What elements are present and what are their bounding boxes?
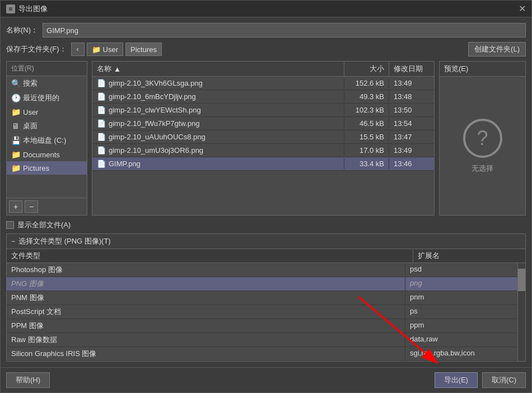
- ft-scrollbar-thumb[interactable]: [518, 269, 525, 291]
- file-date-cell: 13:49: [389, 145, 434, 156]
- add-bookmark-button[interactable]: +: [9, 200, 22, 213]
- breadcrumb-pictures[interactable]: Pictures: [125, 43, 162, 56]
- sidebar-item-desktop[interactable]: 🖥 桌面: [7, 119, 87, 133]
- sidebar: 位置(R) 🔍 搜索 🕐 最近使用的 📁 User 🖥 桌面: [6, 61, 87, 216]
- preview-placeholder-icon: ?: [463, 119, 502, 158]
- file-name-cell: 📄 gimp-2.10_clwYEWctSh.png: [92, 105, 344, 115]
- file-name-cell: 📄 gimp-2.10_6mBcYDjljv.png: [92, 91, 344, 102]
- ft-type-cell: PostScript 文档: [7, 305, 405, 319]
- breadcrumb-user[interactable]: 📁 User: [87, 43, 123, 56]
- file-type-header-label: 选择文件类型 (PNG 图像)(T): [18, 236, 111, 246]
- file-size-cell: 15.5 kB: [344, 132, 389, 142]
- file-icon: 📄: [97, 106, 106, 114]
- file-date-cell: 13:50: [389, 105, 434, 115]
- app-icon: [6, 4, 15, 13]
- file-icon: 📄: [97, 79, 106, 87]
- file-icon: 📄: [97, 92, 106, 101]
- ft-col-type: 文件类型: [7, 249, 413, 263]
- file-size-cell: 17.0 kB: [344, 145, 389, 156]
- ft-type-cell: PNG 图像: [7, 277, 405, 291]
- ft-ext-cell: data,raw: [405, 333, 517, 347]
- table-row[interactable]: 📄 gimp-2.10_6mBcYDjljv.png 49.3 kB 13:48: [92, 90, 434, 104]
- dialog-title: 导出图像: [18, 4, 48, 14]
- preview-area: 预览(E) ? 无选择: [439, 61, 526, 216]
- dialog-body: 名称(N)： 保存于文件夹(F)： ‹ 📁 User Pictures 创建文件…: [1, 17, 531, 367]
- drive-icon: 💾: [11, 136, 20, 145]
- sidebar-item-recent[interactable]: 🕐 最近使用的: [7, 91, 87, 105]
- file-list: 📄 gimp-2.10_3KVh6GLsga.png 152.6 kB 13:4…: [92, 77, 434, 215]
- save-location-row: 保存于文件夹(F)： ‹ 📁 User Pictures 创建文件夹(L): [6, 42, 526, 57]
- file-date-cell: 13:54: [389, 118, 434, 129]
- file-list-header: 名称 ▲ 大小 修改日期: [92, 62, 434, 77]
- file-icon: 📄: [97, 160, 106, 168]
- file-name-cell: 📄 gimp-2.10_uAUuhOUCs8.png: [92, 132, 344, 142]
- ft-scrollbar-area: Photoshop 图像 psd PNG 图像 png PNM 图像 pnm P…: [7, 263, 525, 361]
- preview-content: ? 无选择: [440, 77, 525, 215]
- list-item[interactable]: Photoshop 图像 psd: [7, 263, 517, 277]
- file-type-list: Photoshop 图像 psd PNG 图像 png PNM 图像 pnm P…: [7, 263, 517, 361]
- svg-rect-1: [9, 7, 12, 11]
- file-list-area: 名称 ▲ 大小 修改日期 📄 gimp-2.10_3KVh6GLsga.png …: [92, 61, 435, 216]
- cancel-button[interactable]: 取消(C): [482, 372, 526, 388]
- sidebar-item-pictures[interactable]: 📁 Pictures: [7, 161, 87, 175]
- col-size[interactable]: 大小: [344, 62, 389, 76]
- file-size-cell: 102.3 kB: [344, 105, 389, 115]
- title-bar-left: 导出图像: [6, 4, 48, 14]
- table-row[interactable]: 📄 gimp-2.10_umU3oj3OR6.png 17.0 kB 13:49: [92, 144, 434, 157]
- file-name-cell: 📄 gimp-2.10_3KVh6GLsga.png: [92, 78, 344, 88]
- ft-ext-cell: sgi,rgb,rgba,bw,icon: [405, 347, 517, 361]
- preview-no-selection: 无选择: [472, 163, 493, 174]
- list-item[interactable]: PostScript 文档 ps: [7, 305, 517, 319]
- sidebar-item-search[interactable]: 🔍 搜索: [7, 76, 87, 91]
- footer-left: 帮助(H): [6, 372, 50, 388]
- table-row[interactable]: 📄 gimp-2.10_clwYEWctSh.png 102.3 kB 13:5…: [92, 104, 434, 117]
- list-item[interactable]: PNM 图像 pnm: [7, 291, 517, 305]
- file-size-cell: 33.4 kB: [344, 158, 389, 169]
- ft-type-cell: Raw 图像数据: [7, 333, 405, 347]
- bottom-section: 显示全部文件(A) − 选择文件类型 (PNG 图像)(T) 文件类型 扩展名 …: [6, 220, 526, 362]
- ft-type-cell: PNM 图像: [7, 291, 405, 305]
- table-row[interactable]: 📄 gimp-2.10_fWu7kP7gtw.png 46.5 kB 13:54: [92, 117, 434, 130]
- breadcrumb-back-button[interactable]: ‹: [71, 43, 85, 56]
- table-row[interactable]: 📄 gimp-2.10_uAUuhOUCs8.png 15.5 kB 13:47: [92, 130, 434, 144]
- folder-icon-user: 📁: [92, 45, 101, 54]
- table-row[interactable]: 📄 GIMP.png 33.4 kB 13:46: [92, 157, 434, 171]
- file-type-header[interactable]: − 选择文件类型 (PNG 图像)(T): [7, 234, 525, 249]
- show-all-label: 显示全部文件(A): [17, 220, 71, 230]
- show-all-checkbox[interactable]: [6, 221, 14, 229]
- list-item[interactable]: PPM 图像 ppm: [7, 319, 517, 333]
- table-row[interactable]: 📄 gimp-2.10_3KVh6GLsga.png 152.6 kB 13:4…: [92, 77, 434, 90]
- filename-input[interactable]: [43, 23, 526, 38]
- file-size-cell: 46.5 kB: [344, 118, 389, 129]
- collapse-icon: −: [11, 237, 15, 245]
- sidebar-item-documents[interactable]: 📁 Documents: [7, 148, 87, 161]
- file-name-cell: 📄 GIMP.png: [92, 158, 344, 169]
- create-folder-button[interactable]: 创建文件夹(L): [468, 42, 526, 57]
- close-button[interactable]: ✕: [519, 4, 526, 13]
- export-image-dialog: 导出图像 ✕ 名称(N)： 保存于文件夹(F)： ‹ 📁 User Pictur…: [0, 0, 532, 393]
- sidebar-item-user[interactable]: 📁 User: [7, 105, 87, 119]
- file-name-cell: 📄 gimp-2.10_umU3oj3OR6.png: [92, 145, 344, 156]
- ft-scrollbar[interactable]: [517, 263, 525, 361]
- file-type-section: − 选择文件类型 (PNG 图像)(T) 文件类型 扩展名 Photoshop …: [6, 233, 526, 362]
- pictures-icon: 📁: [11, 163, 20, 172]
- show-all-row: 显示全部文件(A): [6, 220, 526, 230]
- col-date[interactable]: 修改日期: [389, 62, 434, 76]
- save-location-label: 保存于文件夹(F)：: [6, 44, 67, 54]
- list-item[interactable]: Silicon Graphics IRIS 图像 sgi,rgb,rgba,bw…: [7, 347, 517, 361]
- sidebar-item-drive[interactable]: 💾 本地磁盘 (C:): [7, 133, 87, 148]
- export-button[interactable]: 导出(E): [435, 372, 478, 388]
- col-name[interactable]: 名称 ▲: [92, 62, 344, 76]
- list-item[interactable]: Raw 图像数据 data,raw: [7, 333, 517, 347]
- remove-bookmark-button[interactable]: −: [25, 200, 38, 213]
- help-button[interactable]: 帮助(H): [6, 372, 50, 388]
- search-icon: 🔍: [11, 79, 20, 88]
- ft-ext-cell: ppm: [405, 319, 517, 333]
- desktop-icon: 🖥: [11, 121, 20, 130]
- list-item[interactable]: PNG 图像 png: [7, 277, 517, 291]
- file-icon: 📄: [97, 146, 106, 155]
- ft-type-cell: Photoshop 图像: [7, 263, 405, 277]
- title-bar: 导出图像 ✕: [1, 1, 531, 17]
- file-date-cell: 13:49: [389, 78, 434, 88]
- file-type-cols: 文件类型 扩展名: [7, 249, 525, 263]
